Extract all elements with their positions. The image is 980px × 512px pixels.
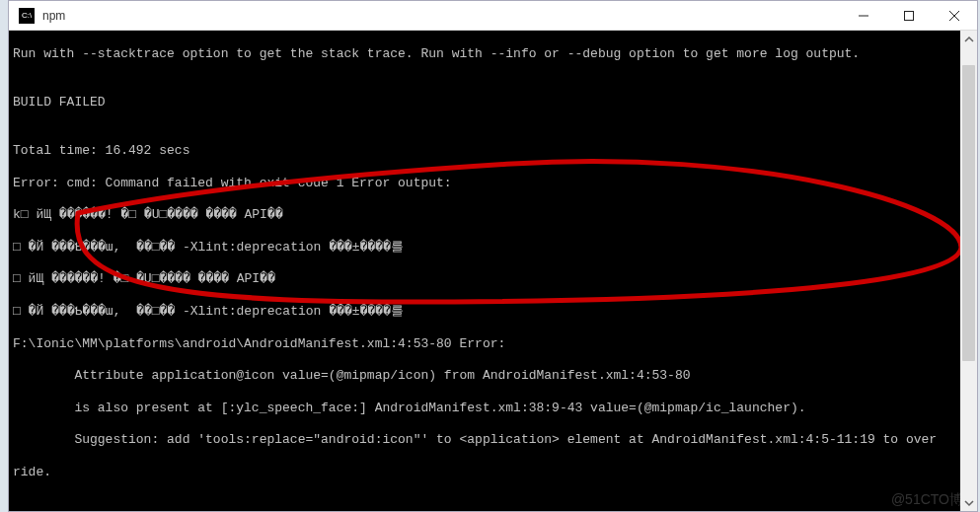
npm-window: C:\ npm Run with --stacktrace option to … (8, 0, 978, 512)
watermark: @51CTO博 (891, 491, 963, 507)
scroll-up-button[interactable] (960, 31, 977, 47)
output-line: BUILD FAILED (13, 95, 973, 110)
titlebar: C:\ npm (9, 1, 977, 31)
vertical-scrollbar[interactable] (960, 31, 977, 511)
output-line: is also present at [:ylc_speech_face:] A… (13, 401, 973, 416)
output-line: k□ йЩ ������! �□ �𝚄□���� ���� API�� (13, 207, 973, 223)
output-line: Error: cmd: Command failed with exit cod… (13, 176, 973, 191)
window-controls (841, 1, 977, 30)
minimize-button[interactable] (841, 1, 886, 30)
scroll-down-button[interactable] (960, 494, 977, 511)
output-line: Suggestion: add 'tools:replace="android:… (13, 432, 973, 448)
cmd-icon: C:\ (19, 8, 35, 24)
output-line: □ �Й ���Ƅ���ɯ, ��□�� -Xlint:deprecation … (13, 240, 973, 256)
output-line: □ йЩ ������! �□ �𝚄□���� ���� API�� (13, 271, 973, 287)
chevron-down-icon (964, 498, 974, 508)
maximize-icon (904, 11, 914, 21)
output-line: Attribute application@icon value=(@mipma… (13, 368, 973, 384)
output-line: Total time: 16.492 secs (13, 143, 973, 159)
close-icon (949, 11, 959, 21)
chevron-up-icon (964, 35, 974, 44)
terminal-body[interactable]: Run with --stacktrace option to get the … (9, 31, 977, 511)
output-line: Run with --stacktrace option to get the … (13, 46, 973, 62)
window-title: npm (42, 9, 841, 23)
maximize-button[interactable] (886, 1, 932, 30)
close-button[interactable] (932, 1, 977, 30)
output-line: F:\Ionic\MM\platforms\android\AndroidMan… (13, 336, 973, 352)
scroll-thumb[interactable] (962, 65, 975, 361)
output-line: ride. (13, 465, 973, 480)
svg-rect-1 (905, 11, 914, 20)
minimize-icon (859, 11, 868, 21)
output-line: □ �Й ���Ƅ���ɯ, ��□�� -Xlint:deprecation … (13, 304, 973, 320)
